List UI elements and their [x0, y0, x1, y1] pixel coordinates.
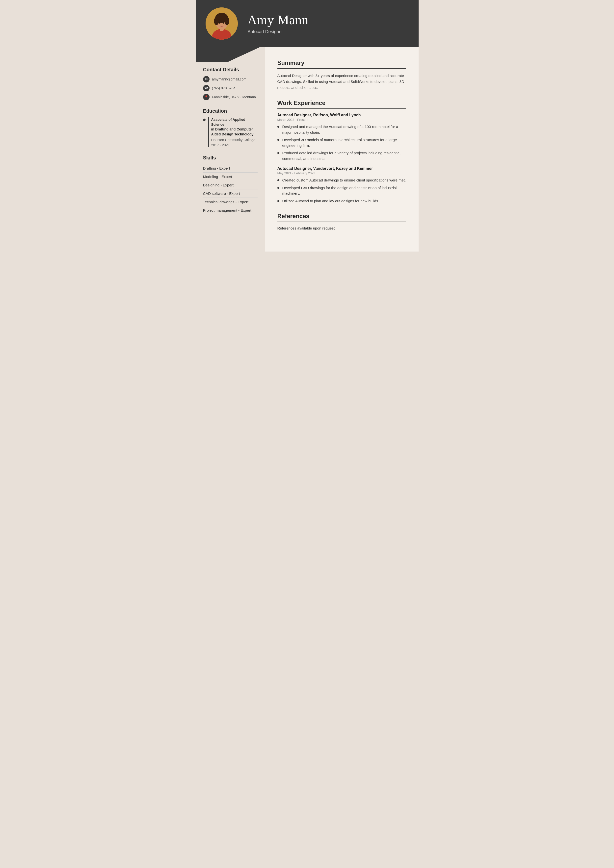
sidebar: Contact Details ✉ amymann@gmail.com ☎ (7…: [196, 47, 265, 251]
bullet-dot: [277, 126, 280, 128]
skills-list: Drafting - ExpertModeling - ExpertDesign…: [203, 164, 258, 214]
contact-phone-item: ☎ (765) 078 5704: [203, 85, 258, 91]
contact-section: Contact Details ✉ amymann@gmail.com ☎ (7…: [203, 67, 258, 100]
edu-school: Houston Community College: [211, 138, 258, 143]
job-bullets: Created custom Autocad drawings to ensur…: [277, 178, 406, 204]
job-bullet-item: Developed 3D models of numerous architec…: [277, 137, 406, 148]
job-entry: Autocad Designer, Vandervort, Kozey and …: [277, 166, 406, 204]
skill-item: Technical drawings - Expert: [203, 198, 258, 206]
bullet-dot: [277, 200, 280, 202]
job-bullet-item: Created custom Autocad drawings to ensur…: [277, 178, 406, 183]
bullet-text: Designed and managed the Autocad drawing…: [282, 124, 406, 135]
skills-section-title: Skills: [203, 155, 258, 161]
jobs-list: Autocad Designer, Rolfson, Wolff and Lyn…: [277, 113, 406, 204]
job-dates: May 2021 - February 2023: [277, 171, 406, 175]
edu-degree: Associate of Applied Science in Drafting…: [211, 117, 258, 136]
skill-item: Drafting - Expert: [203, 164, 258, 172]
references-text: References available upon request: [277, 226, 406, 230]
address-text: Fannieside, 04758, Montana: [212, 95, 256, 99]
references-section-title: References: [277, 213, 406, 222]
candidate-name: Amy Mann: [248, 12, 309, 27]
edu-years: 2017 - 2021: [211, 143, 258, 147]
skills-section: Skills Drafting - ExpertModeling - Exper…: [203, 155, 258, 214]
job-bullet-item: Utilized Autocad to plan and lay out des…: [277, 198, 406, 204]
job-dates: March 2023 - Present: [277, 118, 406, 122]
education-item: Associate of Applied Science in Drafting…: [203, 117, 258, 147]
bullet-text: Utilized Autocad to plan and lay out des…: [282, 198, 379, 204]
job-bullet-item: Produced detailed drawings for a variety…: [277, 150, 406, 161]
education-section: Education Associate of Applied Science i…: [203, 108, 258, 147]
bullet-dot: [277, 139, 280, 141]
job-title: Autocad Designer, Rolfson, Wolff and Lyn…: [277, 113, 406, 117]
education-section-title: Education: [203, 108, 258, 114]
summary-section-title: Summary: [277, 59, 406, 69]
phone-icon: ☎: [203, 85, 210, 91]
bullet-dot: [277, 152, 280, 154]
job-bullet-item: Developed CAD drawings for the design an…: [277, 185, 406, 196]
email-link[interactable]: amymann@gmail.com: [212, 77, 246, 81]
avatar: [205, 8, 238, 40]
main-container: Contact Details ✉ amymann@gmail.com ☎ (7…: [196, 47, 418, 251]
job-entry: Autocad Designer, Rolfson, Wolff and Lyn…: [277, 113, 406, 161]
work-section-title: Work Experience: [277, 99, 406, 109]
content-area: Summary Autocad Designer with 3+ years o…: [265, 47, 418, 251]
email-icon: ✉: [203, 76, 210, 82]
summary-text: Autocad Designer with 3+ years of experi…: [277, 73, 406, 91]
contact-address-item: 📍 Fannieside, 04758, Montana: [203, 94, 258, 100]
job-title: Autocad Designer, Vandervort, Kozey and …: [277, 166, 406, 171]
svg-point-9: [223, 22, 224, 24]
bullet-dot: [277, 179, 280, 181]
skill-item: CAD software - Expert: [203, 189, 258, 198]
bullet-text: Created custom Autocad drawings to ensur…: [282, 178, 406, 183]
skill-item: Project management - Expert: [203, 206, 258, 214]
work-experience-section: Work Experience Autocad Designer, Rolfso…: [277, 99, 406, 204]
skill-item: Designing - Expert: [203, 181, 258, 189]
bullet-dot: [277, 187, 280, 189]
header-text: Amy Mann Autocad Designer: [248, 12, 309, 34]
contact-section-title: Contact Details: [203, 67, 258, 73]
location-icon: 📍: [203, 94, 210, 100]
svg-point-7: [216, 14, 227, 20]
job-bullets: Designed and managed the Autocad drawing…: [277, 124, 406, 161]
header: Amy Mann Autocad Designer: [196, 0, 418, 47]
edu-bullet: [203, 119, 205, 121]
svg-point-8: [219, 22, 221, 24]
references-section: References References available upon req…: [277, 213, 406, 230]
phone-text: (765) 078 5704: [212, 86, 236, 90]
contact-email-item: ✉ amymann@gmail.com: [203, 76, 258, 82]
skill-item: Modeling - Expert: [203, 172, 258, 181]
header-arrow: [196, 47, 260, 62]
job-bullet-item: Designed and managed the Autocad drawing…: [277, 124, 406, 135]
candidate-title: Autocad Designer: [248, 29, 309, 34]
bullet-text: Produced detailed drawings for a variety…: [282, 150, 406, 161]
edu-content: Associate of Applied Science in Drafting…: [208, 117, 258, 147]
bullet-text: Developed CAD drawings for the design an…: [282, 185, 406, 196]
summary-section: Summary Autocad Designer with 3+ years o…: [277, 59, 406, 91]
bullet-text: Developed 3D models of numerous architec…: [282, 137, 406, 148]
